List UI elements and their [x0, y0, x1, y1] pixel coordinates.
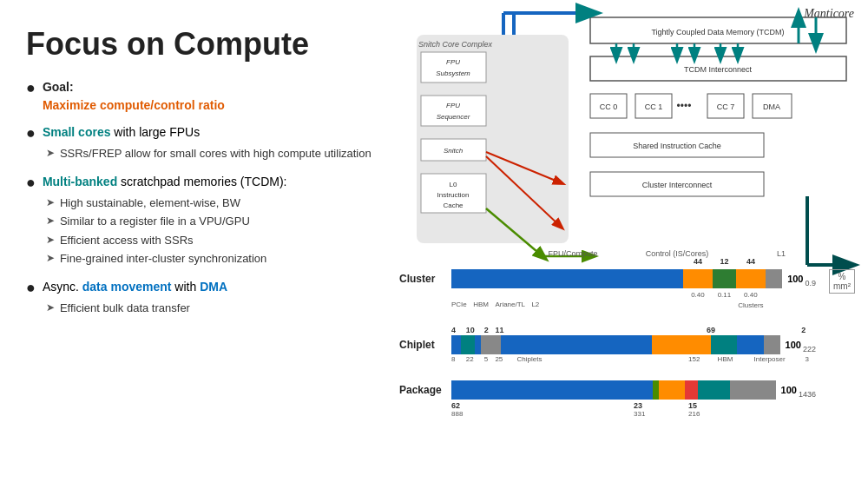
tcdm-label: Tightly Coupled Data Memory (TCDM) — [651, 28, 784, 36]
chiplet-n11: 11 — [495, 326, 524, 334]
package-row: Package 100 1436 62 23 15 8 — [399, 380, 855, 418]
cluster-seg-serial — [766, 269, 782, 288]
chiplet-end-sub: 222 — [803, 345, 816, 354]
cc0-label: CC 0 — [600, 102, 618, 111]
chiplet-n2: 2 — [484, 326, 496, 334]
multi-banked-text: scratchpad memories (TCDM): — [117, 175, 286, 188]
pcie-label: PCIe — [451, 301, 473, 308]
chart-area: Cluster 44 0.40 12 0.11 44 0.40 — [399, 269, 855, 418]
cluster-end-sub: 0.9 — [805, 279, 816, 288]
bullet-multi-banked-content: Multi-banked scratchpad memories (TCDM):… — [43, 173, 408, 269]
chiplet-b22: 22 — [466, 355, 484, 363]
chiplet-interposer: Interposer — [754, 355, 806, 363]
chiplet-b152: 152 — [688, 355, 718, 363]
bullet-dma: ● Async. data movement with DMA ➤ Effici… — [26, 278, 408, 319]
legend-mm2: mm² — [833, 281, 851, 291]
chiplet-numbers-bottom: 8 22 5 25 Chiplets 152 HBM Interposer 3 — [451, 355, 816, 363]
chiplet-numbers-top: 4 10 2 11 69 2 — [451, 326, 816, 334]
sub-bullet-ssrs2: ➤ Efficient access with SSRs — [46, 232, 408, 249]
cluster-num-44: 44 — [694, 257, 702, 266]
chiplet-label: Chiplet — [399, 339, 451, 351]
bullet-dot-4: ● — [26, 276, 36, 300]
chiplet-space2 — [773, 326, 802, 334]
chiplet-end-label: 100 — [786, 340, 801, 350]
bullet-goal-content: Goal: Maximize compute/control ratio — [43, 78, 408, 115]
bullet-small-cores: ● Small cores with large FPUs ➤ SSRs/FRE… — [26, 123, 408, 164]
pkg-space — [561, 401, 634, 410]
pkg-n62: 62 — [451, 401, 561, 410]
goal-text: Maximize compute/control ratio — [43, 98, 225, 112]
bullet-dot-1: ● — [26, 76, 36, 100]
package-labels-bottom: 888 331 216 — [451, 410, 816, 418]
shared-cache-label: Shared Instruction Cache — [633, 142, 721, 150]
cluster-label: Cluster — [399, 273, 451, 285]
package-end-label: 100 — [781, 385, 797, 395]
arrow-5: ➤ — [46, 250, 55, 266]
cluster-interconnect-label: Cluster Interconnect — [642, 181, 713, 189]
left-panel: Focus on Compute ● Goal: Maximize comput… — [26, 26, 408, 327]
fpu-subsystem-box — [421, 52, 486, 83]
cluster-clusters-label: Clusters — [738, 301, 763, 309]
bullet-dot-2: ● — [26, 122, 36, 145]
pkg-b888: 888 — [451, 410, 561, 418]
pkg-b331: 331 — [634, 410, 688, 418]
chiplet-seg-teal2 — [711, 335, 737, 354]
multi-banked-highlight: Multi-banked — [43, 175, 117, 188]
sub-text-ssrs2: Efficient access with SSRs — [60, 232, 194, 249]
chiplet-b3: 3 — [805, 355, 816, 363]
bullet-dma-content: Async. data movement with DMA ➤ Efficien… — [43, 278, 408, 319]
sub-text-vpu: Similar to a register file in a VPU/GPU — [60, 213, 250, 230]
sub-bullet-vpu: ➤ Similar to a register file in a VPU/GP… — [46, 213, 408, 230]
small-cores-subs: ➤ SSRs/FREP allow for small cores with h… — [46, 145, 408, 162]
chiplet-seg-blue2 — [475, 335, 482, 354]
pkg-n15: 15 — [688, 401, 743, 410]
cluster-seg-orange1: 44 0.40 — [683, 269, 713, 288]
cluster-sub-040b: 0.40 — [744, 291, 758, 299]
pkg-seg-blue — [451, 380, 653, 400]
l0-label3: Cache — [443, 202, 464, 209]
sub-text-sync: Fine-grained inter-cluster synchronizati… — [60, 250, 266, 268]
chiplet-n2b: 2 — [801, 326, 816, 334]
arrow-2: ➤ — [46, 195, 55, 210]
bullet-multi-banked: ● Multi-banked scratchpad memories (TCDM… — [26, 173, 408, 269]
cluster-sub-011: 0.11 — [718, 291, 732, 299]
legend-pct: % — [833, 272, 851, 281]
sub-bullet-ssrs: ➤ SSRs/FREP allow for small cores with h… — [46, 145, 408, 162]
cluster-bar: 44 0.40 12 0.11 44 0.40 Clusters 100 0.9 — [451, 269, 816, 288]
arrow-1: ➤ — [46, 145, 55, 161]
fpu-sequencer-label2: Sequencer — [437, 113, 470, 121]
pkg-seg-orange — [659, 380, 685, 400]
cluster-sub-040: 0.40 — [691, 291, 705, 299]
sub-bullet-bw: ➤ High sustainable, element-wise, BW — [46, 195, 408, 212]
cluster-seg-blue — [451, 269, 683, 288]
package-label: Package — [399, 384, 451, 396]
arrow-4: ➤ — [46, 232, 55, 248]
pkg-seg-teal — [698, 380, 730, 400]
fpu-compute-label: FPU/Compute — [548, 249, 597, 258]
goal-label: Goal: — [43, 80, 74, 94]
chiplet-seg-orange — [652, 335, 711, 354]
l0-label1: L0 — [450, 181, 457, 188]
package-numbers-bottom: 62 23 15 — [451, 401, 816, 410]
chiplet-row: 4 10 2 11 69 2 Chiplet — [399, 326, 855, 363]
right-panel: Snitch Core Complex FPU Subsystem FPU Se… — [399, 9, 855, 489]
dma-highlight: DMA — [200, 280, 227, 294]
chiplet-b8: 8 — [451, 355, 466, 363]
fpu-subsystem-label2: Subsystem — [436, 69, 470, 77]
arrow-6: ➤ — [46, 300, 55, 315]
dma-subs: ➤ Efficient bulk data transfer — [46, 300, 408, 317]
chiplet-seg-serial — [764, 335, 780, 354]
pkg-seg-green — [653, 380, 659, 400]
l2-label: L2 — [531, 301, 549, 308]
hbm-label: HBM — [473, 301, 495, 308]
arch-diagram: Snitch Core Complex FPU Subsystem FPU Se… — [408, 9, 851, 265]
dots-label: •••• — [677, 100, 692, 112]
l1-label: L1 — [777, 249, 786, 258]
chiplet-n10: 10 — [466, 326, 484, 334]
bullet-small-cores-content: Small cores with large FPUs ➤ SSRs/FREP … — [43, 123, 408, 164]
chiplet-n4: 4 — [451, 326, 466, 334]
cluster-row: Cluster 44 0.40 12 0.11 44 0.40 — [399, 269, 855, 308]
cc7-label: CC 7 — [717, 102, 735, 111]
chiplet-space3 — [554, 355, 688, 363]
chiplet-seg-blue4 — [737, 335, 763, 354]
